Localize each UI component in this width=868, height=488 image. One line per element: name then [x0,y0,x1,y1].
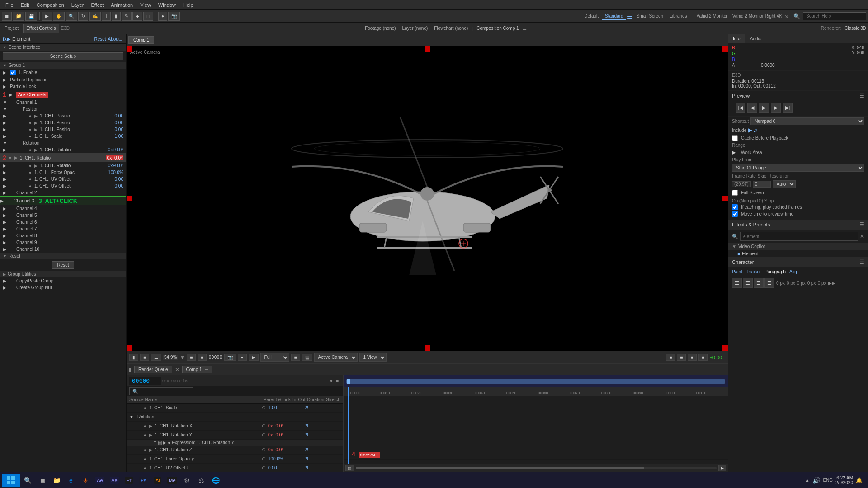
rotate-tool[interactable]: ↻ [78,12,88,21]
new-project-btn[interactable]: ◼ [2,12,12,21]
tl-rotz-stopwatch[interactable]: ⏱ [262,447,268,452]
channel5-item[interactable]: ▶ Channel 5 [0,212,126,219]
channel4-item[interactable]: ▶ Channel 4 [0,205,126,212]
video-copilot-header[interactable]: ▼ Video Copilot [728,243,868,250]
aux-channels-item[interactable]: 1 ▶ Aux Channels [0,90,126,99]
character-menu-icon[interactable]: ☰ [859,259,864,265]
channel9-item[interactable]: ▶ Channel 9 [0,239,126,246]
hand-tool[interactable]: ✋ [53,12,65,21]
region-btn[interactable]: ▮ [129,354,138,361]
menu-animation[interactable]: Animation [107,2,137,8]
group1-header[interactable]: ▼ Group 1 [0,62,126,69]
taskbar-firefox[interactable]: ☀ [79,474,92,487]
channel8-item[interactable]: ▶ Channel 8 [0,232,126,239]
workspace-default[interactable]: Default [581,13,601,19]
comp-menu-icon[interactable]: ☰ [523,26,527,31]
align-left-btn[interactable]: ☰ [732,278,742,288]
taskbar-misc1[interactable]: ⚙ [180,474,193,487]
tl-roty-stopwatch[interactable]: ⏱ [262,432,268,437]
taskbar-ae[interactable]: Ae [93,474,107,487]
cache-play-check[interactable] [732,204,738,210]
tl-search-input[interactable] [129,387,193,395]
quality-select[interactable]: FullHalfQuarter [260,353,289,362]
align-tab[interactable]: Alig [789,269,797,274]
comp1-tab-menu[interactable]: ☰ [205,367,208,372]
taskbar-task-view[interactable]: ▣ [35,474,49,487]
res-select[interactable]: Auto [773,180,796,188]
tl-row-rotz[interactable]: ● ▶ 1. CH1. Rotation Z ⏱ 0x+0.0° ⏱ [127,446,343,455]
effects-search-input[interactable] [740,232,858,241]
play-from-select[interactable]: Start Of Range [732,164,864,172]
tl-timecode[interactable]: 00000 [129,377,161,385]
tl-row-uv-u[interactable]: ● 1. CH1. UV Offset U ⏱ 0.00 ⏱ [127,464,343,472]
scale-item[interactable]: ▶ ● 1. CH1. Scale 1.00 [0,133,126,140]
snapshot-btn[interactable]: 📷 [224,354,236,361]
effect-controls-tab[interactable]: Effect Controls [23,24,59,33]
paint-tool[interactable]: ✎ [122,12,132,21]
reset-btn2[interactable]: Reset [52,261,74,269]
include-video-icon[interactable]: ▶ [748,127,752,133]
pos1-item[interactable]: ▶ ● ▶ 1. CH1. Positio 0.00 [0,113,126,119]
pen-tool[interactable]: ✍ [89,12,101,21]
workspace-small[interactable]: Small Screen [634,13,666,19]
channel-btn[interactable]: ● [238,354,247,361]
group-utilities-header[interactable]: ▶ Group Utilities [0,271,126,277]
render-queue-tab[interactable]: Render Queue [134,366,172,373]
lock-btn[interactable]: ■ [336,378,339,383]
menu-composition[interactable]: Composition [33,2,68,8]
taskbar-expand-icon[interactable]: ▲ [805,477,810,483]
monitor-more[interactable]: » [785,13,788,20]
tl-scrollbar[interactable] [356,467,717,469]
force-opac-item[interactable]: ▶ ● 1. CH1. Force Opac 100.0% [0,169,126,176]
copy-paste-item[interactable]: ▶ Copy/Paste Group [0,277,126,284]
tl-row-rotation-group[interactable]: ▼ Rotation [127,413,343,422]
type-tool[interactable]: T [102,12,111,21]
tl-scale-stopwatch[interactable]: ⏱ [262,405,268,410]
eraser-tool[interactable]: ◻ [143,12,153,21]
taskbar-search[interactable]: 🔍 [21,474,34,487]
timeline-btn[interactable]: ■ [677,354,686,361]
tl-rotx-stopwatch[interactable]: ⏱ [262,423,268,428]
render-queue-close[interactable]: ▮ [128,366,132,373]
effects-clear-btn[interactable]: ✕ [860,233,864,239]
tracker-tab[interactable]: Tracker [746,269,761,274]
fit-btn[interactable]: ■ [187,354,196,361]
menu-window[interactable]: Window [155,2,179,8]
viewer-btn[interactable]: ☰ [151,354,161,361]
fullscreen-checkbox[interactable] [732,190,738,196]
tl-row-scale[interactable]: ● 1. CH1. Scale ⏱ 1.00 ⏱ [127,404,343,413]
paint-tab[interactable]: Paint [732,269,742,274]
render-queue-x[interactable]: ✕ [175,366,179,373]
particle-look-item[interactable]: ▶ Particle Look [0,83,126,90]
channel7-item[interactable]: ▶ Channel 7 [0,225,126,232]
shape-tool[interactable]: ▮ [112,12,121,21]
tl-row-force-opac[interactable]: ● 1. CH1. Force Opacity ⏱ 100.0% ⏱ [127,455,343,464]
safe-margin-btn[interactable]: ■ [198,354,207,361]
prev-play-btn[interactable]: ▶ [759,103,769,113]
rot1-item[interactable]: ▶ ● ▶ 1. CH1. Rotatio 0x+0.0° [0,146,126,153]
taskbar-ae2[interactable]: Ae [108,474,121,487]
zoom-down-icon[interactable]: ▼ [179,354,185,361]
tl-row-roty[interactable]: ● ▶ 1. CH1. Rotation Y ⏱ 0x+0.0° ⏱ [127,431,343,440]
taskbar-globe[interactable]: 🌐 [209,474,222,487]
particle-replicator-item[interactable]: ▶ Particle Replicator [0,76,126,83]
scene-setup-btn[interactable]: Scene Setup [3,52,123,60]
reset-btn[interactable]: Reset [94,37,106,42]
uv-offset2-item[interactable]: ▶ ● 1. CH1. UV Offset 0.00 [0,183,126,189]
grid-btn[interactable]: ▤ [302,354,312,361]
viewport[interactable]: Active Camera [127,46,728,351]
rp-audio-tab[interactable]: Audio [745,34,767,43]
about-btn[interactable]: About... [108,37,123,42]
skip-input[interactable] [753,181,771,188]
tl-uv-u-stopwatch[interactable]: ⏱ [262,465,268,470]
camera-tool[interactable]: 📷 [168,12,180,21]
tl-expand-btn[interactable]: ▤ [345,465,354,471]
render-btn[interactable]: ▶ [249,354,259,361]
start-button[interactable] [2,474,20,487]
cache-checkbox[interactable] [732,135,738,141]
paragraph-tab[interactable]: Paragraph [764,269,786,274]
menu-layer[interactable]: Layer [68,2,88,8]
tl-expr-row[interactable]: = ▤ ▶ ● Expression: 1. CH1. Rotation Y [127,440,343,446]
marker-btn[interactable]: ■ [688,354,697,361]
enable-item[interactable]: ▶ 1. Enable [0,69,126,76]
